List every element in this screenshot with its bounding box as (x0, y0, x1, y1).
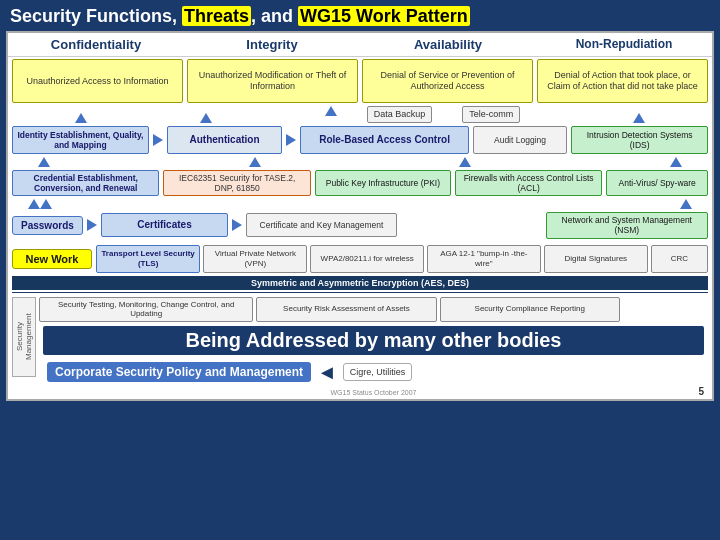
box-credential: Credential Establishment, Conversion, an… (12, 170, 159, 196)
arrow-right-1 (153, 134, 163, 146)
wg15-note: WG15 Status October 2007 (39, 388, 708, 397)
col-header-availability: Availability (360, 35, 536, 54)
passwords-row: Passwords Certificates Certificate and K… (8, 210, 712, 240)
box-denial-of-action: Denial of Action that took place, or Cla… (537, 59, 708, 103)
arrow-right-4 (232, 219, 242, 231)
main-content: Confidentiality Integrity Availability N… (6, 31, 714, 401)
box-data-backup: Data Backup (367, 106, 433, 123)
box-certificates: Certificates (101, 213, 228, 237)
box-audit: Audit Logging (473, 126, 567, 154)
box-tls: Transport Level Security (TLS) (96, 245, 200, 273)
box-security-testing: Security Testing, Monitoring, Change Con… (39, 297, 253, 322)
box-nsm: Network and System Management (NSM) (546, 212, 708, 238)
arrow-up-4 (633, 113, 645, 123)
arrow-up-3 (325, 106, 337, 116)
bottom-boxes-row: Security Testing, Monitoring, Change Con… (39, 297, 708, 322)
box-authentication: Authentication (167, 126, 283, 154)
box-security-risk: Security Risk Assessment of Assets (256, 297, 436, 322)
box-passwords: Passwords (12, 216, 83, 235)
authentication-row: Identity Establishment, Quality, and Map… (8, 124, 712, 156)
title-highlight2: WG15 Work Pattern (298, 6, 470, 26)
box-unauthorized-access: Unauthorized Access to Information (12, 59, 183, 103)
arrow-up-11 (680, 199, 692, 209)
page-number: 5 (698, 386, 704, 397)
threats-row: Unauthorized Access to Information Unaut… (8, 57, 712, 105)
box-unauthorized-modification: Unauthorized Modification or Theft of In… (187, 59, 358, 103)
box-crc: CRC (651, 245, 708, 273)
title-middle: , and (251, 6, 298, 26)
corp-policy-row: Corporate Security Policy and Management… (39, 359, 708, 386)
box-telecomm: Tele-comm (462, 106, 520, 123)
sym-enc-bar: Symmetric and Asymmetric Encryption (AES… (12, 276, 708, 290)
box-wpa: WPA2/80211.i for wireless (310, 245, 424, 273)
box-pki: Public Key Infrastructure (PKI) (315, 170, 451, 196)
arrow-up-10 (40, 199, 52, 209)
page: Security Functions, Threats, and WG15 Wo… (0, 0, 720, 540)
arrows-row-1: Data Backup Tele-comm (8, 105, 712, 124)
security-mgmt-label: Security Management (12, 297, 36, 377)
new-work-row: New Work Transport Level Security (TLS) … (8, 243, 712, 275)
arrow-right-3 (87, 219, 97, 231)
box-security-compliance: Security Compliance Reporting (440, 297, 620, 322)
box-role-based: Role-Based Access Control (300, 126, 468, 154)
arrow-up-7 (459, 157, 471, 167)
cigre-box: Cigre, Utilities (343, 363, 413, 381)
col-header-confidentiality: Confidentiality (8, 35, 184, 54)
bottom-content: Security Testing, Monitoring, Change Con… (39, 297, 708, 397)
box-cert-key: Certificate and Key Management (246, 213, 397, 237)
box-antivirus: Anti-Virus/ Spy-ware (606, 170, 708, 196)
box-iec62351: IEC62351 Security for TASE.2, DNP, 61850 (163, 170, 310, 196)
box-digital-sig: Digital Signatures (544, 245, 648, 273)
iec62351-row: Credential Establishment, Conversion, an… (8, 168, 712, 198)
title-bar: Security Functions, Threats, and WG15 Wo… (0, 0, 720, 31)
box-ids: Intrusion Detection Systems (IDS) (571, 126, 708, 154)
corp-policy-box: Corporate Security Policy and Management (47, 362, 311, 382)
box-denial-of-service: Denial of Service or Prevention of Autho… (362, 59, 533, 103)
arrow-up-8 (670, 157, 682, 167)
box-identity: Identity Establishment, Quality, and Map… (12, 126, 149, 154)
arrow-up-5 (38, 157, 50, 167)
arrow-up-9 (28, 199, 40, 209)
bottom-area: Security Management Security Testing, Mo… (8, 295, 712, 399)
security-mgmt-text: Security Management (15, 302, 33, 372)
col-header-integrity: Integrity (184, 35, 360, 54)
being-addressed-banner: Being Addressed by many other bodies (43, 326, 704, 355)
arrows-row-2 (8, 156, 712, 168)
title-text: Security Functions, Threats, and WG15 Wo… (10, 6, 470, 27)
divider-1 (12, 292, 708, 293)
arrow-left-large: ◄ (317, 361, 337, 384)
column-headers: Confidentiality Integrity Availability N… (8, 33, 712, 57)
arrows-row-3 (8, 198, 712, 210)
arrow-up-6 (249, 157, 261, 167)
arrow-up-2 (200, 113, 212, 123)
box-firewalls: Firewalls with Access Control Lists (ACL… (455, 170, 602, 196)
col-header-non-repudiation: Non-Repudiation (536, 35, 712, 54)
title-prefix: Security Functions, (10, 6, 182, 26)
arrow-up-1 (75, 113, 87, 123)
box-aga: AGA 12-1 "bump-in -the-wire" (427, 245, 541, 273)
title-highlight1: Threats (182, 6, 251, 26)
box-new-work: New Work (12, 249, 92, 269)
box-vpn: Virtual Private Network (VPN) (203, 245, 307, 273)
arrow-right-2 (286, 134, 296, 146)
